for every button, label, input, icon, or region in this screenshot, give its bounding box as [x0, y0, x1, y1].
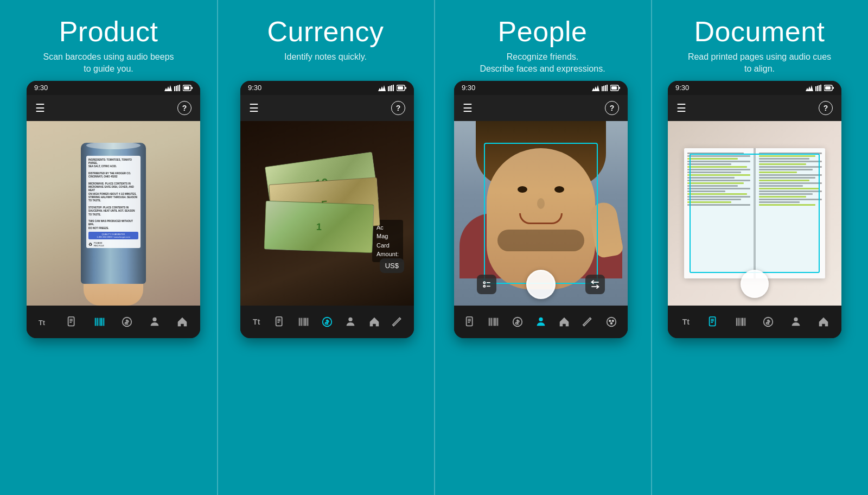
bills-container: 10 5 1: [265, 148, 390, 278]
document-tab-text[interactable]: Tt: [678, 311, 694, 333]
currency-tab-currency[interactable]: [319, 311, 335, 333]
document-shutter[interactable]: [741, 270, 769, 298]
svg-rect-3: [174, 86, 175, 91]
product-tab-barcode[interactable]: [92, 311, 108, 333]
svg-rect-28: [390, 86, 391, 91]
svg-rect-56: [619, 87, 620, 89]
product-menu-icon[interactable]: ☰: [35, 101, 45, 115]
svg-rect-44: [307, 318, 308, 326]
product-camera-view: INGREDIENTS: TOMATOES, TOMATO PUREE,SEA …: [27, 121, 200, 306]
document-tab-home[interactable]: [815, 311, 832, 333]
people-flip-btn[interactable]: [585, 275, 605, 294]
svg-rect-95: [741, 318, 741, 326]
svg-marker-49: [596, 85, 599, 91]
svg-rect-98: [744, 318, 745, 326]
svg-rect-27: [388, 86, 389, 91]
divider-3: [651, 0, 652, 495]
svg-rect-68: [493, 318, 494, 326]
people-tab-person[interactable]: [533, 311, 549, 333]
svg-point-73: [539, 318, 542, 321]
svg-marker-26: [382, 85, 386, 91]
book: [684, 148, 825, 278]
document-bottom-bar: Tt: [668, 306, 841, 338]
people-tab-currency[interactable]: [509, 311, 526, 333]
currency-tab-person[interactable]: [342, 311, 359, 333]
currency-tab-document[interactable]: [272, 311, 288, 333]
svg-point-46: [349, 318, 353, 321]
currency-tab-pen[interactable]: [390, 311, 406, 333]
product-tab-home[interactable]: [174, 311, 190, 333]
people-bottom-bar: [454, 306, 628, 338]
people-help-icon[interactable]: ?: [605, 101, 619, 115]
product-tab-document[interactable]: [64, 311, 80, 333]
product-tab-text[interactable]: Tt: [36, 311, 53, 333]
can-body: INGREDIENTS: TOMATOES, TOMATO PUREE,SEA …: [81, 143, 146, 284]
svg-rect-94: [738, 318, 739, 326]
svg-rect-51: [603, 86, 604, 91]
people-tab-barcode[interactable]: [486, 311, 502, 333]
currency-help-icon[interactable]: ?: [391, 101, 405, 115]
svg-rect-21: [103, 318, 104, 326]
currency-tab-text[interactable]: Tt: [248, 311, 265, 333]
document-tab-currency[interactable]: [760, 311, 776, 333]
people-camera-controls: [454, 270, 628, 299]
svg-rect-30: [393, 85, 394, 91]
people-header: People Recognize friends.Describe faces …: [434, 15, 651, 75]
svg-rect-81: [815, 86, 816, 91]
people-menu-icon[interactable]: ☰: [463, 101, 473, 115]
product-status-icons: [164, 85, 193, 91]
can-label: INGREDIENTS: TOMATOES, TOMATO PUREE,SEA …: [86, 156, 141, 248]
svg-rect-43: [306, 318, 307, 326]
document-tab-person[interactable]: [788, 311, 804, 333]
svg-point-58: [483, 285, 485, 287]
svg-rect-65: [489, 318, 490, 326]
document-header: Document Read printed pages using audio …: [651, 15, 868, 75]
document-phone: 9:30 ☰ ?: [668, 81, 841, 338]
document-tab-barcode[interactable]: [733, 311, 749, 333]
people-shutter[interactable]: [526, 270, 556, 299]
bill-1: 1: [264, 200, 374, 253]
currency-menu-icon[interactable]: ☰: [249, 101, 259, 115]
svg-point-74: [607, 318, 616, 327]
face-detect-box: [484, 143, 598, 284]
people-phone-wrapper: 9:30 ☰ ?: [438, 81, 643, 338]
svg-point-57: [483, 282, 485, 283]
people-tab-palette[interactable]: [603, 311, 620, 333]
recycle-info: ♻ PLEASERECYCLE: [88, 242, 138, 247]
people-tab-document[interactable]: [462, 311, 478, 333]
svg-rect-96: [742, 318, 743, 326]
document-tab-document[interactable]: [705, 311, 722, 333]
quality-badge: QUALITY GUARANTEE1-800-632-6900 • www.kr…: [88, 232, 138, 239]
svg-rect-55: [611, 86, 617, 90]
currency-time: 9:30: [248, 84, 261, 92]
svg-point-76: [612, 320, 614, 322]
document-time: 9:30: [675, 84, 689, 92]
product-help-icon[interactable]: ?: [177, 101, 192, 115]
document-status-icons: [806, 85, 834, 91]
svg-rect-50: [602, 86, 603, 91]
people-tab-home[interactable]: [556, 311, 572, 333]
document-menu-icon[interactable]: ☰: [676, 101, 686, 115]
people-tab-pen[interactable]: [580, 311, 596, 333]
currency-header: Currency Identify notes quickly.: [217, 15, 434, 75]
svg-rect-6: [179, 85, 180, 91]
document-help-icon[interactable]: ?: [819, 101, 833, 115]
document-camera-view: [668, 121, 841, 306]
svg-text:Tt: Tt: [39, 318, 46, 326]
product-bottom-bar: Tt: [27, 306, 200, 338]
svg-marker-2: [169, 85, 172, 91]
product-toolbar: ☰ ?: [27, 95, 200, 121]
product-phone-wrapper: 9:30 ☰ ?: [11, 81, 216, 338]
currency-tab-barcode[interactable]: [296, 311, 312, 333]
svg-rect-71: [497, 318, 499, 326]
people-phone: 9:30 ☰ ?: [454, 81, 628, 338]
product-tab-person[interactable]: [146, 311, 163, 333]
people-status-icons: [592, 85, 620, 91]
svg-rect-42: [304, 318, 305, 326]
people-list-btn[interactable]: [477, 275, 496, 294]
currency-subtitle: Identify notes quickly.: [284, 51, 367, 63]
product-tab-currency[interactable]: [119, 311, 135, 333]
svg-rect-8: [184, 86, 189, 90]
currency-tab-home[interactable]: [366, 311, 382, 333]
svg-rect-52: [605, 85, 606, 91]
